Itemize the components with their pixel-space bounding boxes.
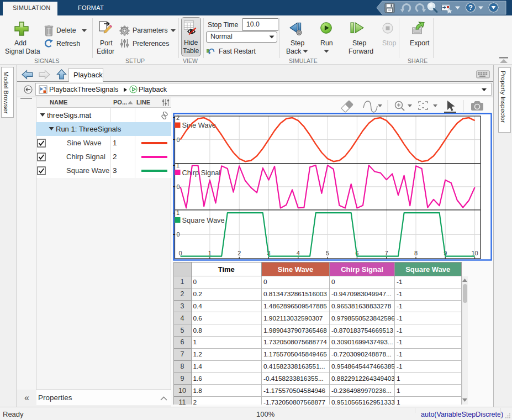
svg-text:10: 10 <box>471 250 478 256</box>
svg-text:0: 0 <box>177 136 180 143</box>
svg-text:Chirp Signal: Chirp Signal <box>182 169 221 177</box>
svg-text:0: 0 <box>179 250 182 256</box>
svg-text:8: 8 <box>414 250 418 256</box>
svg-text:0: 0 <box>177 183 180 190</box>
svg-text:1: 1 <box>176 162 180 169</box>
svg-text:7: 7 <box>385 250 388 256</box>
svg-text:?: ? <box>468 3 473 12</box>
svg-text:4: 4 <box>297 250 300 256</box>
svg-text:Square Wave: Square Wave <box>182 216 225 224</box>
svg-text:0: 0 <box>177 231 180 238</box>
svg-text:1: 1 <box>176 209 180 216</box>
svg-text:5: 5 <box>326 250 329 256</box>
svg-text:1: 1 <box>208 250 212 256</box>
svg-text:2: 2 <box>176 114 180 121</box>
svg-text:2: 2 <box>237 250 241 256</box>
